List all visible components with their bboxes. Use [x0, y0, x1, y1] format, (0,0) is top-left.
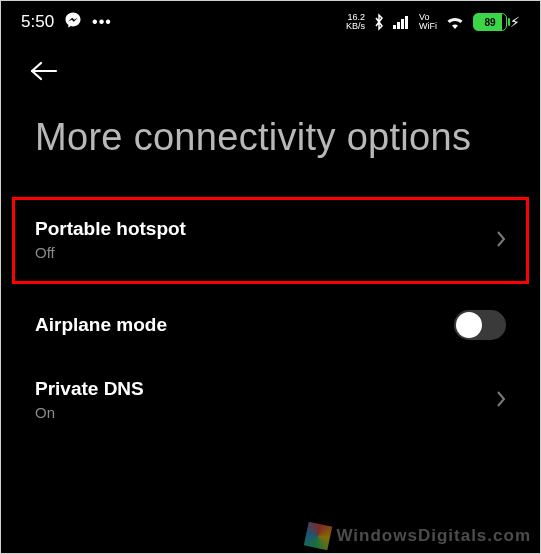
row-subtitle: Off [35, 244, 186, 261]
row-title: Airplane mode [35, 314, 167, 336]
row-private-dns[interactable]: Private DNS On [15, 360, 526, 441]
row-portable-hotspot[interactable]: Portable hotspot Off [12, 197, 529, 284]
airplane-mode-toggle[interactable] [454, 310, 506, 340]
back-button[interactable] [29, 57, 63, 85]
row-airplane-mode[interactable]: Airplane mode [15, 292, 526, 360]
watermark: WindowsDigitals.com [306, 524, 531, 548]
page-title: More connectivity options [1, 85, 540, 197]
svg-rect-0 [393, 25, 396, 29]
svg-rect-2 [401, 19, 404, 29]
vowifi-icon: Vo WiFi [419, 13, 437, 31]
row-title: Portable hotspot [35, 218, 186, 240]
row-subtitle: On [35, 404, 144, 421]
more-notifications-icon: ••• [92, 14, 112, 30]
wifi-icon [445, 15, 465, 30]
watermark-logo-icon [304, 522, 332, 550]
row-title: Private DNS [35, 378, 144, 400]
chevron-right-icon [496, 230, 506, 248]
toggle-knob [456, 312, 482, 338]
messenger-icon [64, 11, 82, 33]
chevron-right-icon [496, 390, 506, 408]
signal-icon [393, 15, 411, 29]
bluetooth-icon [373, 13, 385, 31]
battery-icon: 89 ⚡︎ [473, 13, 520, 31]
settings-list: Portable hotspot Off Airplane mode Priva… [1, 197, 540, 441]
network-speed: 16.2 KB/s [346, 13, 365, 31]
status-bar: 5:50 ••• 16.2 KB/s Vo WiFi [1, 1, 540, 39]
watermark-text: WindowsDigitals.com [336, 526, 531, 546]
svg-rect-1 [397, 22, 400, 29]
svg-rect-3 [405, 16, 408, 29]
clock: 5:50 [21, 12, 54, 32]
